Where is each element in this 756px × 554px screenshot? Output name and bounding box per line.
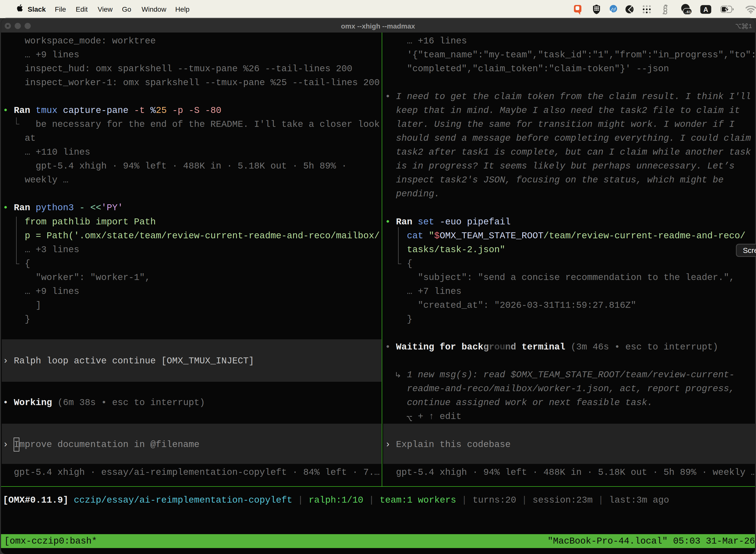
svg-text:1: 1 [748, 23, 752, 30]
svg-text:A: A [703, 6, 708, 13]
svg-text:..61: ..61 [685, 10, 691, 14]
